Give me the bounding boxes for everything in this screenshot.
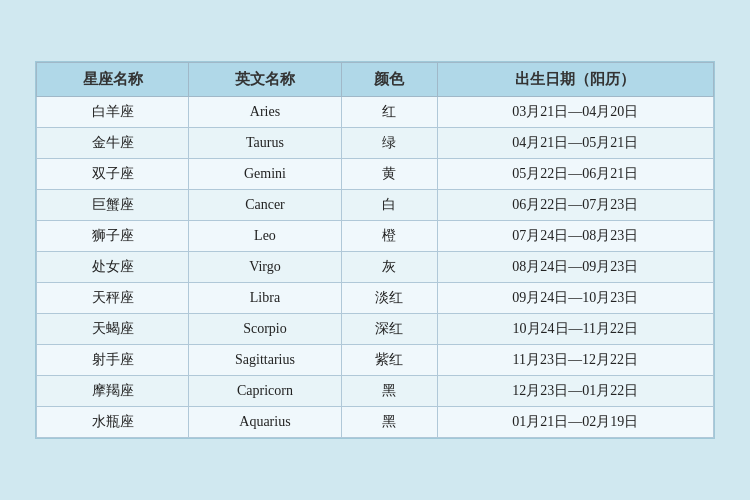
- header-col-1: 英文名称: [189, 63, 341, 97]
- cell-8-1: Sagittarius: [189, 345, 341, 376]
- cell-8-0: 射手座: [37, 345, 189, 376]
- header-col-0: 星座名称: [37, 63, 189, 97]
- table-row: 狮子座Leo橙07月24日—08月23日: [37, 221, 714, 252]
- cell-10-2: 黑: [341, 407, 437, 438]
- cell-6-3: 09月24日—10月23日: [437, 283, 713, 314]
- cell-3-1: Cancer: [189, 190, 341, 221]
- table-row: 水瓶座Aquarius黑01月21日—02月19日: [37, 407, 714, 438]
- cell-9-2: 黑: [341, 376, 437, 407]
- cell-6-0: 天秤座: [37, 283, 189, 314]
- table-row: 金牛座Taurus绿04月21日—05月21日: [37, 128, 714, 159]
- cell-9-0: 摩羯座: [37, 376, 189, 407]
- cell-7-3: 10月24日—11月22日: [437, 314, 713, 345]
- cell-5-1: Virgo: [189, 252, 341, 283]
- cell-6-2: 淡红: [341, 283, 437, 314]
- cell-9-3: 12月23日—01月22日: [437, 376, 713, 407]
- table-row: 天蝎座Scorpio深红10月24日—11月22日: [37, 314, 714, 345]
- cell-4-0: 狮子座: [37, 221, 189, 252]
- table-header-row: 星座名称英文名称颜色出生日期（阳历）: [37, 63, 714, 97]
- cell-2-0: 双子座: [37, 159, 189, 190]
- cell-5-0: 处女座: [37, 252, 189, 283]
- cell-8-2: 紫红: [341, 345, 437, 376]
- table-row: 摩羯座Capricorn黑12月23日—01月22日: [37, 376, 714, 407]
- cell-8-3: 11月23日—12月22日: [437, 345, 713, 376]
- cell-1-0: 金牛座: [37, 128, 189, 159]
- cell-4-1: Leo: [189, 221, 341, 252]
- cell-1-1: Taurus: [189, 128, 341, 159]
- cell-7-1: Scorpio: [189, 314, 341, 345]
- cell-0-0: 白羊座: [37, 97, 189, 128]
- cell-2-2: 黄: [341, 159, 437, 190]
- cell-5-3: 08月24日—09月23日: [437, 252, 713, 283]
- header-col-2: 颜色: [341, 63, 437, 97]
- cell-10-3: 01月21日—02月19日: [437, 407, 713, 438]
- table-row: 双子座Gemini黄05月22日—06月21日: [37, 159, 714, 190]
- cell-3-2: 白: [341, 190, 437, 221]
- cell-10-1: Aquarius: [189, 407, 341, 438]
- cell-0-1: Aries: [189, 97, 341, 128]
- cell-6-1: Libra: [189, 283, 341, 314]
- table-row: 巨蟹座Cancer白06月22日—07月23日: [37, 190, 714, 221]
- cell-2-1: Gemini: [189, 159, 341, 190]
- cell-0-2: 红: [341, 97, 437, 128]
- cell-3-3: 06月22日—07月23日: [437, 190, 713, 221]
- cell-4-2: 橙: [341, 221, 437, 252]
- cell-1-2: 绿: [341, 128, 437, 159]
- cell-7-2: 深红: [341, 314, 437, 345]
- cell-1-3: 04月21日—05月21日: [437, 128, 713, 159]
- table-row: 处女座Virgo灰08月24日—09月23日: [37, 252, 714, 283]
- header-col-3: 出生日期（阳历）: [437, 63, 713, 97]
- cell-4-3: 07月24日—08月23日: [437, 221, 713, 252]
- cell-5-2: 灰: [341, 252, 437, 283]
- cell-2-3: 05月22日—06月21日: [437, 159, 713, 190]
- cell-0-3: 03月21日—04月20日: [437, 97, 713, 128]
- cell-7-0: 天蝎座: [37, 314, 189, 345]
- table-body: 白羊座Aries红03月21日—04月20日金牛座Taurus绿04月21日—0…: [37, 97, 714, 438]
- cell-9-1: Capricorn: [189, 376, 341, 407]
- zodiac-table: 星座名称英文名称颜色出生日期（阳历） 白羊座Aries红03月21日—04月20…: [36, 62, 714, 438]
- table-row: 射手座Sagittarius紫红11月23日—12月22日: [37, 345, 714, 376]
- table-row: 天秤座Libra淡红09月24日—10月23日: [37, 283, 714, 314]
- cell-10-0: 水瓶座: [37, 407, 189, 438]
- cell-3-0: 巨蟹座: [37, 190, 189, 221]
- table-row: 白羊座Aries红03月21日—04月20日: [37, 97, 714, 128]
- zodiac-table-container: 星座名称英文名称颜色出生日期（阳历） 白羊座Aries红03月21日—04月20…: [35, 61, 715, 439]
